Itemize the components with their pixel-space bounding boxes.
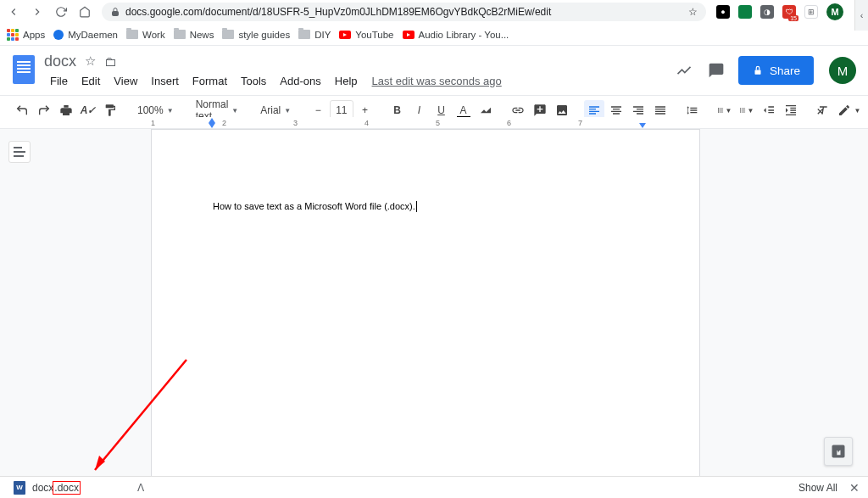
menu-file[interactable]: File xyxy=(44,72,74,90)
docs-home-button[interactable] xyxy=(8,54,39,85)
text-cursor xyxy=(416,201,417,212)
indent-marker-right[interactable] xyxy=(639,123,646,128)
document-page[interactable]: How to save text as a Microsoft Word fil… xyxy=(151,129,700,476)
nav-forward-button[interactable] xyxy=(31,5,44,19)
globe-icon xyxy=(53,30,64,40)
document-outline-button[interactable] xyxy=(8,141,31,163)
svg-rect-3 xyxy=(718,109,719,110)
menu-view[interactable]: View xyxy=(108,72,143,90)
bookmark-item[interactable]: News xyxy=(174,30,214,40)
extension-icon[interactable]: 🛡15 xyxy=(782,5,796,19)
folder-icon xyxy=(126,30,138,39)
sidebar-toggle[interactable]: ‹ xyxy=(854,0,868,31)
profile-avatar[interactable]: M xyxy=(826,3,843,20)
svg-point-8 xyxy=(740,108,741,109)
download-item[interactable]: W docx.docx ᐱ xyxy=(8,479,149,496)
indent-marker-left[interactable] xyxy=(209,123,215,128)
nav-home-button[interactable] xyxy=(78,5,92,19)
bookmark-item[interactable]: Audio Library - You... xyxy=(403,30,509,40)
apps-icon xyxy=(7,29,19,41)
svg-point-10 xyxy=(740,111,741,112)
lock-icon xyxy=(752,64,764,76)
bookmark-star-icon[interactable]: ☆ xyxy=(688,6,698,18)
lock-icon xyxy=(110,7,120,17)
bookmark-item[interactable]: YouTube xyxy=(339,30,393,40)
youtube-icon xyxy=(403,31,415,39)
move-to-folder-button[interactable]: 🗀 xyxy=(104,54,117,69)
ruler-tick: 2 xyxy=(222,119,226,127)
bookmark-item[interactable]: Work xyxy=(126,30,165,40)
youtube-icon xyxy=(339,31,351,39)
url-text: docs.google.com/document/d/18USFR-5_HupV… xyxy=(125,6,551,18)
bookmark-item[interactable]: style guides xyxy=(222,30,290,40)
document-body-text: How to save text as a Microsoft Word fil… xyxy=(213,201,415,211)
svg-rect-1 xyxy=(754,70,760,74)
svg-point-9 xyxy=(740,109,741,110)
svg-rect-0 xyxy=(113,12,119,16)
folder-icon xyxy=(222,30,234,39)
menu-format[interactable]: Format xyxy=(186,72,233,90)
ruler-tick: 7 xyxy=(578,119,582,127)
menu-bar: File Edit View Insert Format Tools Add-o… xyxy=(44,72,674,90)
bookmarks-bar: Apps MyDaemen Work News style guides DIY… xyxy=(0,24,868,46)
folder-icon xyxy=(298,30,310,39)
ruler-tick: 5 xyxy=(436,119,440,127)
downloads-shelf: W docx.docx ᐱ Show All ✕ xyxy=(0,476,868,498)
comments-button[interactable] xyxy=(706,60,726,81)
account-avatar[interactable]: M xyxy=(829,57,856,84)
ruler-tick: 1 xyxy=(151,119,155,127)
bookmark-item[interactable]: DIY xyxy=(298,30,331,40)
svg-rect-4 xyxy=(718,111,719,112)
bookmark-item[interactable]: MyDaemen xyxy=(53,30,118,40)
menu-tools[interactable]: Tools xyxy=(235,72,272,90)
close-shelf-button[interactable]: ✕ xyxy=(849,481,860,495)
omnibox[interactable]: docs.google.com/document/d/18USFR-5_HupV… xyxy=(102,3,706,21)
svg-rect-5 xyxy=(720,109,723,109)
ruler-tick: 4 xyxy=(364,119,369,127)
apps-shortcut[interactable]: Apps xyxy=(7,29,45,41)
last-edit-link[interactable]: Last edit was seconds ago xyxy=(372,75,502,87)
download-filename: docx.docx xyxy=(32,482,80,494)
extension-icon[interactable] xyxy=(738,5,752,19)
extension-icon[interactable]: ◑ xyxy=(760,5,774,19)
ruler-tick: 3 xyxy=(293,119,298,127)
explore-button[interactable] xyxy=(824,437,853,466)
svg-rect-13 xyxy=(742,112,745,113)
docs-header: docx ☆ 🗀 File Edit View Insert Format To… xyxy=(0,46,868,90)
extension-icon[interactable]: ⊞ xyxy=(804,5,818,19)
extension-icon[interactable]: ● xyxy=(716,5,730,19)
show-all-downloads-button[interactable]: Show All xyxy=(798,482,837,494)
star-button[interactable]: ☆ xyxy=(85,53,96,69)
horizontal-ruler[interactable]: 1234567 xyxy=(0,117,868,129)
menu-addons[interactable]: Add-ons xyxy=(274,72,326,90)
svg-rect-11 xyxy=(742,109,745,109)
activity-button[interactable] xyxy=(674,60,694,81)
svg-rect-2 xyxy=(718,108,719,109)
document-title[interactable]: docx xyxy=(44,53,76,70)
word-file-icon: W xyxy=(14,481,25,495)
menu-edit[interactable]: Edit xyxy=(75,72,106,90)
download-menu-button[interactable]: ᐱ xyxy=(137,482,144,494)
svg-rect-6 xyxy=(720,110,723,111)
menu-help[interactable]: Help xyxy=(329,72,364,90)
nav-back-button[interactable] xyxy=(7,5,20,19)
ruler-tick: 6 xyxy=(507,119,511,127)
folder-icon xyxy=(174,30,186,39)
nav-reload-button[interactable] xyxy=(54,5,68,19)
browser-toolbar: docs.google.com/document/d/18USFR-5_HupV… xyxy=(0,0,868,24)
docs-logo-icon xyxy=(13,55,35,84)
apps-label: Apps xyxy=(23,30,45,40)
workspace: 1234567 How to save text as a Microsoft … xyxy=(0,117,868,476)
svg-rect-12 xyxy=(742,110,745,111)
menu-insert[interactable]: Insert xyxy=(145,72,185,90)
svg-rect-7 xyxy=(720,112,723,113)
share-button[interactable]: Share xyxy=(738,56,814,85)
